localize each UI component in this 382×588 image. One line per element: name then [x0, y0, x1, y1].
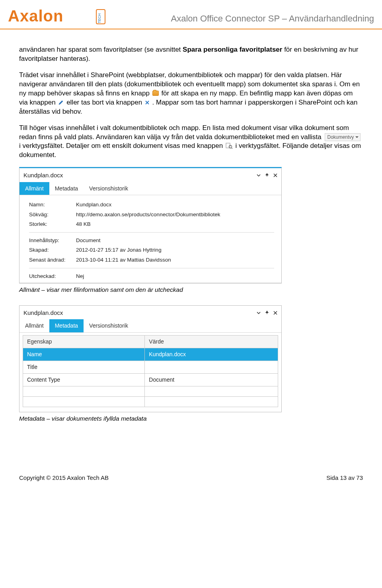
- prop-size-value: 48 KB: [76, 221, 274, 228]
- content: användaren har sparat som favoritplatser…: [0, 29, 382, 438]
- tab-allmant[interactable]: Allmänt: [19, 319, 49, 332]
- grid-row-title[interactable]: Title: [23, 361, 278, 373]
- prop-created-label: Skapad:: [29, 246, 76, 254]
- panel-titlebar: Kundplan.docx: [19, 306, 281, 319]
- prop-path-label: Sökväg:: [29, 211, 76, 218]
- prop-created-value: 2012-01-27 15:17 av Jonas Hyttring: [76, 246, 274, 254]
- detail-panel-metadata: Kundplan.docx Allmänt Metadata Versions: [19, 305, 282, 412]
- grid-cell: Document: [145, 373, 278, 386]
- panel-tabs: Allmänt Metadata Versionshistorik: [19, 319, 281, 333]
- chevron-down-icon[interactable]: [257, 309, 261, 317]
- detail-panel-allmant: Kundplan.docx Allmänt Metadata Versions: [19, 167, 282, 283]
- panel1-caption: Allmänt – visar mer filinformation samt …: [19, 286, 363, 294]
- logo: Axalon TECH: [8, 7, 107, 26]
- page-footer: Copyright © 2015 Axalon Tech AB Sida 13 …: [0, 438, 382, 482]
- grid-cell: Kundplan.docx: [145, 348, 278, 361]
- p2-text-c: eller tas bort via knappen: [66, 99, 144, 106]
- prop-ctype-value: Document: [76, 237, 274, 244]
- chevron-down-icon[interactable]: [257, 172, 261, 179]
- tab-allmant[interactable]: Allmänt: [19, 182, 49, 195]
- page-header: Axalon TECH Axalon Office Connector SP –…: [0, 0, 382, 29]
- p3-text-a: Till höger visas innehållet i valt dokum…: [19, 124, 349, 141]
- panel-title: Kundplan.docx: [23, 171, 63, 179]
- prop-ctype-label: Innehållstyp:: [29, 237, 76, 244]
- view-dropdown-chip: Dokumentvy: [325, 133, 361, 141]
- prop-name-value: Kundplan.docx: [76, 201, 274, 208]
- paragraph-1: användaren har sparat som favoritplatser…: [19, 45, 363, 64]
- footer-page-number: Sida 13 av 73: [326, 474, 363, 482]
- grid-cell: Content Type: [23, 373, 145, 386]
- svg-text:TECH: TECH: [97, 14, 101, 23]
- tab-versionshistorik[interactable]: Versionshistorik: [84, 182, 134, 195]
- panel-title: Kundplan.docx: [23, 309, 63, 317]
- axalon-logo-icon: Axalon TECH: [8, 7, 107, 26]
- prop-checked-value: Nej: [76, 273, 274, 280]
- panel2-caption: Metadata – visar dokumentets ifyllda met…: [19, 415, 363, 423]
- prop-checked-label: Utcheckad:: [29, 273, 76, 280]
- grid-row-empty: [23, 386, 278, 396]
- pin-icon[interactable]: [265, 172, 269, 179]
- grid-cell: Title: [23, 361, 145, 373]
- grid-row-name[interactable]: Name Kundplan.docx: [23, 348, 278, 361]
- metadata-grid: Egenskap Värde Name Kundplan.docx Title …: [23, 335, 278, 407]
- panel-titlebar: Kundplan.docx: [19, 168, 281, 182]
- new-folder-icon: [152, 91, 159, 96]
- grid-cell: Name: [23, 348, 145, 361]
- grid-header-property: Egenskap: [23, 336, 145, 348]
- delete-icon: [145, 99, 150, 103]
- pencil-icon: [58, 99, 64, 105]
- tab-metadata[interactable]: Metadata: [49, 182, 84, 195]
- prop-path-value: http://demo.axalon.se/products/connector…: [76, 211, 274, 218]
- preview-icon: [226, 142, 233, 148]
- svg-text:Axalon: Axalon: [8, 7, 63, 25]
- panel-tabs: Allmänt Metadata Versionshistorik: [19, 182, 281, 196]
- properties-block: Namn:Kundplan.docx Sökväg:http://demo.ax…: [19, 195, 281, 283]
- svg-line-7: [231, 148, 232, 149]
- prop-modified-label: Senast ändrad:: [29, 256, 76, 264]
- paragraph-3: Till höger visas innehållet i valt dokum…: [19, 124, 363, 160]
- grid-row-contenttype[interactable]: Content Type Document: [23, 373, 278, 386]
- tab-versionshistorik[interactable]: Versionshistorik: [84, 319, 134, 332]
- pin-icon[interactable]: [265, 309, 269, 317]
- p1-text-b: Spara personliga favoritplatser: [183, 46, 282, 53]
- tab-metadata[interactable]: Metadata: [49, 319, 84, 332]
- prop-name-label: Namn:: [29, 201, 76, 208]
- p3-text-b: i verktygsfältet. Detaljer om ett enskil…: [19, 142, 225, 149]
- footer-copyright: Copyright © 2015 Axalon Tech AB: [19, 474, 109, 482]
- grid-cell: [145, 361, 278, 373]
- header-doc-title: Axalon Office Connector SP – Användarhan…: [171, 13, 374, 26]
- grid-header-value: Värde: [145, 336, 278, 348]
- prop-modified-value: 2013-10-04 11:21 av Mattias Davidsson: [76, 256, 274, 264]
- close-icon[interactable]: [273, 172, 277, 179]
- close-icon[interactable]: [273, 309, 277, 317]
- grid-row-empty: [23, 396, 278, 407]
- prop-size-label: Storlek:: [29, 221, 76, 228]
- paragraph-2: Trädet visar innehållet i SharePoint (we…: [19, 71, 363, 116]
- p1-text-a: användaren har sparat som favoritplatser…: [19, 46, 183, 53]
